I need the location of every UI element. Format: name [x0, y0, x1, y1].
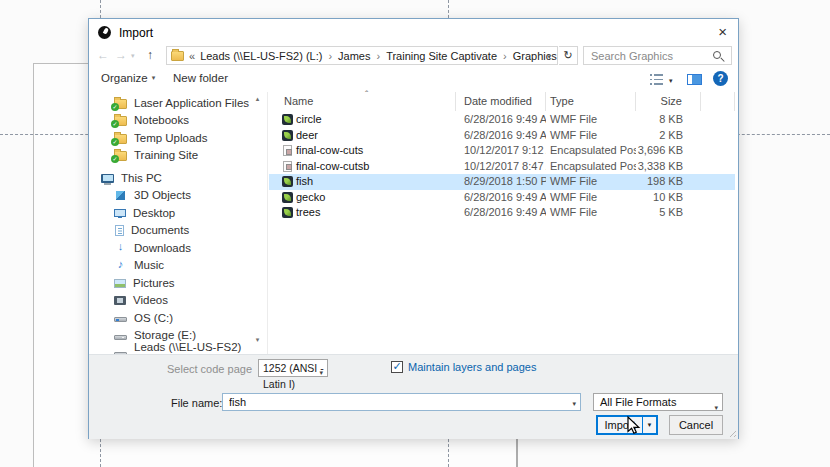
column-header-type[interactable]: Type: [546, 92, 636, 111]
scroll-up-icon[interactable]: ▴: [251, 95, 264, 103]
file-cell-size: 198 KB: [636, 174, 701, 190]
breadcrumb[interactable]: « Leads (\\EL-US-FS2) (L:)›James›Trainin…: [166, 46, 558, 65]
view-options-caret-icon[interactable]: ▾: [669, 77, 673, 85]
sidebar-item-desktop[interactable]: Desktop: [89, 204, 251, 222]
file-cell-date: 6/28/2016 9:49 AM: [456, 112, 546, 128]
title-bar[interactable]: Import ×: [89, 19, 738, 46]
folder-icon: [171, 51, 184, 61]
file-cell-name: final-cow-cuts: [269, 143, 456, 159]
address-dropdown-icon[interactable]: ▾: [547, 53, 551, 61]
help-icon[interactable]: ?: [713, 71, 728, 86]
document-icon: [115, 225, 124, 236]
file-cell-date: 6/28/2016 9:49 AM: [456, 128, 546, 144]
import-dropdown-icon[interactable]: ▼: [642, 417, 656, 433]
sidebar-item-training-site[interactable]: Training Site: [89, 147, 251, 165]
file-name-input[interactable]: [223, 394, 580, 410]
drive-icon: [114, 335, 127, 340]
file-cell-name: gecko: [269, 190, 456, 206]
file-row-circle[interactable]: circle6/28/2016 9:49 AMWMF File8 KB: [269, 112, 735, 128]
sidebar-item-3d-objects[interactable]: 3D Objects: [89, 187, 251, 205]
column-header-filler: [701, 92, 735, 111]
new-folder-button[interactable]: New folder: [173, 72, 228, 84]
file-row-fish[interactable]: fish8/29/2018 1:50 PMWMF File198 KB: [269, 174, 735, 190]
os-drive-icon: [114, 317, 127, 322]
sidebar-item-temp-uploads[interactable]: Temp Uploads: [89, 129, 251, 147]
navigation-pane: Laser Application FilesNotebooksTemp Upl…: [89, 92, 251, 354]
search-box[interactable]: [583, 46, 732, 65]
pane-divider: [267, 92, 268, 354]
file-name-text: fish: [296, 175, 313, 187]
breadcrumb-segment-james[interactable]: James: [338, 50, 370, 62]
forward-icon[interactable]: →: [115, 48, 127, 62]
back-icon[interactable]: ←: [97, 48, 109, 62]
file-rows: circle6/28/2016 9:49 AMWMF File8 KBdeer6…: [269, 112, 735, 221]
sidebar-item-this-pc[interactable]: This PC: [89, 169, 251, 187]
file-row-trees[interactable]: trees6/28/2016 9:49 AMWMF File5 KB: [269, 205, 735, 221]
sidebar-scrollbar[interactable]: ▴ ▾: [251, 92, 264, 354]
wmf-file-icon: [282, 114, 293, 125]
sidebar-item-label: Music: [134, 259, 164, 271]
sidebar-item-music[interactable]: Music: [89, 257, 251, 275]
file-cell-name: final-cow-cutsb: [269, 159, 456, 175]
sidebar-item-downloads[interactable]: Downloads: [89, 239, 251, 257]
file-cell-date: 10/12/2017 8:47 AM: [456, 159, 546, 175]
search-input[interactable]: [584, 47, 731, 64]
recent-locations-icon[interactable]: ▾: [131, 52, 135, 60]
file-name-text: deer: [296, 129, 318, 141]
breadcrumb-segment-leads-el-us-fs2-l[interactable]: Leads (\\EL-US-FS2) (L:): [200, 50, 322, 62]
file-cell-date: 8/29/2018 1:50 PM: [456, 174, 546, 190]
sidebar-item-pictures[interactable]: Pictures: [89, 274, 251, 292]
preview-pane-icon[interactable]: [687, 74, 702, 85]
file-name-combo[interactable]: ▾: [222, 393, 581, 411]
sidebar-item-os-c[interactable]: OS (C:): [89, 309, 251, 327]
file-name-text: circle: [296, 113, 322, 125]
file-cell-size: 3,696 KB: [636, 143, 701, 159]
file-cell-date: 6/28/2016 9:49 AM: [456, 205, 546, 221]
cancel-button[interactable]: Cancel: [669, 415, 723, 435]
search-icon: [713, 51, 724, 62]
sidebar-item-laser-application-files[interactable]: Laser Application Files: [89, 94, 251, 112]
maintain-layers-checkbox[interactable]: [391, 361, 403, 373]
file-cell-type: WMF File: [546, 190, 636, 206]
chevron-down-icon[interactable]: ▾: [572, 400, 576, 408]
file-row-final-cow-cutsb[interactable]: final-cow-cutsb10/12/2017 8:47 AMEncapsu…: [269, 159, 735, 175]
resize-grip[interactable]: [727, 428, 736, 437]
file-row-final-cow-cuts[interactable]: final-cow-cuts10/12/2017 9:12 AMEncapsul…: [269, 143, 735, 159]
file-row-deer[interactable]: deer6/28/2016 9:49 AMWMF File2 KB: [269, 128, 735, 144]
file-name-label: File name:: [171, 397, 222, 409]
wmf-file-icon: [282, 207, 293, 218]
file-format-select[interactable]: All File Formats ▾: [593, 393, 723, 411]
file-cell-type: WMF File: [546, 112, 636, 128]
column-header-size[interactable]: Size: [636, 92, 701, 111]
organize-button[interactable]: Organize▾: [101, 72, 155, 84]
breadcrumb-separator: ›: [328, 50, 332, 62]
file-row-gecko[interactable]: gecko6/28/2016 9:49 AMWMF File10 KB: [269, 190, 735, 206]
sidebar-item-label: Storage (E:): [134, 329, 196, 341]
breadcrumb-segments: Leads (\\EL-US-FS2) (L:)›James›Training …: [200, 50, 557, 62]
sidebar-item-notebooks[interactable]: Notebooks: [89, 112, 251, 130]
eps-file-icon: [283, 145, 292, 156]
sidebar-item-label: Desktop: [133, 207, 175, 219]
synced-folder-icon: [114, 99, 127, 109]
file-cell-name: trees: [269, 205, 456, 221]
details-view-icon[interactable]: [654, 74, 663, 85]
sidebar-item-label: 3D Objects: [134, 189, 191, 201]
sidebar-item-videos[interactable]: Videos: [89, 292, 251, 310]
scroll-down-icon[interactable]: ▾: [251, 336, 264, 344]
cube-3d-icon: [116, 191, 125, 200]
breadcrumb-segment-training-site-captivate[interactable]: Training Site Captivate: [386, 50, 497, 62]
sidebar-item-label: Documents: [131, 224, 189, 236]
sidebar-item-documents[interactable]: Documents: [89, 222, 251, 240]
address-row: ← → ▾ ↑ « Leads (\\EL-US-FS2) (L:)›James…: [89, 46, 738, 65]
up-icon[interactable]: ↑: [147, 48, 153, 62]
column-header-date-modified[interactable]: Date modified: [456, 92, 546, 111]
refresh-button[interactable]: ↻: [559, 46, 578, 65]
close-icon[interactable]: ×: [718, 23, 727, 40]
column-header-name[interactable]: Name: [269, 92, 456, 111]
code-page-select[interactable]: 1252 (ANSI - Latin I) ▾: [258, 359, 328, 377]
file-cell-type: WMF File: [546, 205, 636, 221]
sidebar-item-leads-el-us-fs2-l[interactable]: Leads (\\EL-US-FS2) (L:): [89, 344, 251, 354]
file-cell-type: WMF File: [546, 128, 636, 144]
maintain-layers-option[interactable]: Maintain layers and pages: [391, 361, 536, 373]
code-page-label: Select code page: [89, 363, 252, 375]
